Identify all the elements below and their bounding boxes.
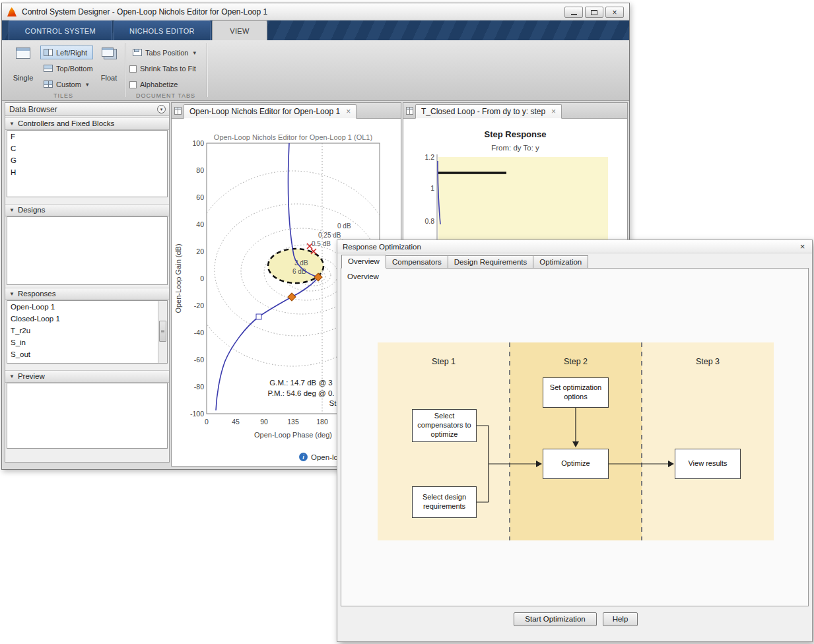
custom-layout-button[interactable]: Custom ▾ <box>40 77 93 91</box>
y-tick-label: 1.2 <box>424 153 434 161</box>
step-tabstrip: T_Closed Loop - From dy to y: step × <box>403 103 627 119</box>
float-button[interactable]: Float <box>96 46 122 84</box>
collapse-arrow-icon: ▼ <box>9 370 15 383</box>
designs-section-header[interactable]: ▼ Designs <box>5 204 169 216</box>
list-item[interactable]: F <box>7 131 167 143</box>
ribbon-tab-view[interactable]: VIEW <box>212 20 267 40</box>
list-item[interactable]: C <box>7 143 167 154</box>
list-item[interactable]: G <box>7 154 167 166</box>
window-controls: × <box>564 7 624 18</box>
x-tick-label: 90 <box>260 418 268 426</box>
responses-scrollbar[interactable] <box>158 301 167 363</box>
ribbon-tab-control-system[interactable]: CONTROL SYSTEM <box>9 20 112 40</box>
custom-layout-icon <box>44 80 53 88</box>
tabs-position-button[interactable]: Tabs Position ▾ <box>129 46 203 59</box>
alphabetize-checkbox[interactable]: Alphabetize <box>129 79 178 90</box>
title-bar: Control System Designer - Open-Loop Nich… <box>2 3 629 20</box>
tab-close-icon[interactable]: × <box>346 107 351 116</box>
select-compensators-box: Select compensators to optimize <box>412 409 477 442</box>
single-layout-button[interactable]: Single <box>10 46 36 84</box>
app-icon <box>7 7 17 16</box>
dialog-title: Response Optimization <box>343 243 421 251</box>
compensator-square-marker[interactable] <box>256 314 261 319</box>
shrink-tabs-checkbox[interactable]: Shrink Tabs to Fit <box>129 63 196 75</box>
y-tick-label: 60 <box>196 193 204 201</box>
y-tick-label: -40 <box>194 329 204 337</box>
tab-overview[interactable]: Overview <box>341 255 386 269</box>
minimize-icon <box>571 14 577 15</box>
controllers-section-header[interactable]: ▼ Controllers and Fixed Blocks <box>5 117 169 130</box>
top-bottom-label: Top/Bottom <box>56 65 93 73</box>
dialog-title-bar: Response Optimization <box>337 240 812 253</box>
left-right-layout-button[interactable]: Left/Right <box>40 46 93 59</box>
step-tab[interactable]: T_Closed Loop - From dy to y: step × <box>415 104 562 119</box>
checkbox-icon <box>129 65 137 73</box>
chevron-down-icon: ▾ <box>193 49 196 56</box>
list-item[interactable]: Closed-Loop 1 <box>7 313 167 325</box>
ribbon-tab-nichols-editor[interactable]: NICHOLS EDITOR <box>114 20 211 40</box>
window-title: Control System Designer - Open-Loop Nich… <box>22 3 267 20</box>
y-axis-label: Open-Loop Gain (dB) <box>174 243 182 313</box>
list-item[interactable]: T_r2u <box>7 325 167 337</box>
ribbon-tab-strip: CONTROL SYSTEM NICHOLS EDITOR VIEW ✂ ↶ ↷… <box>2 20 629 40</box>
dialog-close-icon[interactable]: × <box>797 242 807 251</box>
controllers-list: F C G H <box>7 130 168 197</box>
top-bottom-layout-button[interactable]: Top/Bottom <box>40 61 93 75</box>
scrollbar-thumb[interactable] <box>159 321 166 342</box>
collapse-arrow-icon: ▼ <box>9 204 15 216</box>
chevron-down-icon: ▾ <box>86 81 89 88</box>
tab-close-icon[interactable]: × <box>551 107 556 116</box>
single-layout-label: Single <box>13 74 34 82</box>
overview-panel: Overview Step 1 Step 2 Step 3 <box>341 268 809 606</box>
tab-optimization[interactable]: Optimization <box>533 255 588 269</box>
pane-menu-icon[interactable] <box>174 107 182 115</box>
start-optimization-button[interactable]: Start Optimization <box>514 612 597 626</box>
ribbon-separator <box>207 43 208 97</box>
y-tick-label: 0 <box>200 274 204 282</box>
step3-column <box>642 342 774 540</box>
preview-section-header[interactable]: ▼ Preview <box>5 370 169 383</box>
x-tick-label: 180 <box>316 418 328 426</box>
y-tick-label: -60 <box>194 356 204 364</box>
list-item[interactable]: Open-Loop 1 <box>7 301 167 313</box>
collapse-arrow-icon: ▼ <box>9 117 15 130</box>
preview-box <box>7 383 168 449</box>
maximize-button[interactable] <box>585 7 603 18</box>
designs-section-label: Designs <box>18 204 46 216</box>
step-tab-label: T_Closed Loop - From dy to y: step <box>421 107 545 116</box>
list-item[interactable]: H <box>7 166 167 178</box>
tab-design-requirements[interactable]: Design Requirements <box>448 255 534 269</box>
dialog-tabs: Overview Compensators Design Requirement… <box>341 255 588 269</box>
float-label: Float <box>101 74 117 82</box>
y-tick-label: 1 <box>430 184 434 192</box>
db-grid-label: 0.5 dB <box>312 240 331 247</box>
screen: Control System Designer - Open-Loop Nich… <box>0 0 814 644</box>
nichols-tab[interactable]: Open-Loop Nichols Editor for Open-Loop 1… <box>184 104 356 119</box>
db-grid-label: 0.25 dB <box>318 232 341 239</box>
info-icon: i <box>299 453 308 461</box>
y-tick-label: -80 <box>194 383 204 391</box>
data-browser-menu-icon[interactable]: ▾ <box>157 105 166 113</box>
help-button[interactable]: Help <box>603 612 638 626</box>
minimize-button[interactable] <box>564 7 583 18</box>
db-grid-label: 3 dB <box>294 259 308 267</box>
nichols-plot-title: Open-Loop Nichols Editor for Open-Loop 1… <box>214 133 372 141</box>
list-item[interactable]: S_in <box>7 337 167 348</box>
top-bottom-icon <box>44 65 53 72</box>
responses-section-header[interactable]: ▼ Responses <box>5 288 169 300</box>
data-browser-header: Data Browser ▾ <box>5 103 169 116</box>
select-requirements-box: Select design requirements <box>412 486 477 518</box>
pane-menu-icon[interactable] <box>406 107 413 115</box>
optimize-box: Optimize <box>543 449 609 479</box>
list-item[interactable]: S <box>7 360 167 364</box>
designs-list[interactable] <box>7 216 168 285</box>
maximize-icon <box>591 10 597 15</box>
db-grid-label: 0 dB <box>337 222 351 230</box>
x-tick-label: 45 <box>232 418 240 426</box>
list-item[interactable]: S_out <box>7 348 167 360</box>
close-button[interactable]: × <box>605 7 624 18</box>
x-tick-label: 135 <box>287 418 299 426</box>
tab-compensators[interactable]: Compensators <box>386 255 448 269</box>
stability-text: St <box>329 399 337 407</box>
column-separator <box>641 342 642 540</box>
